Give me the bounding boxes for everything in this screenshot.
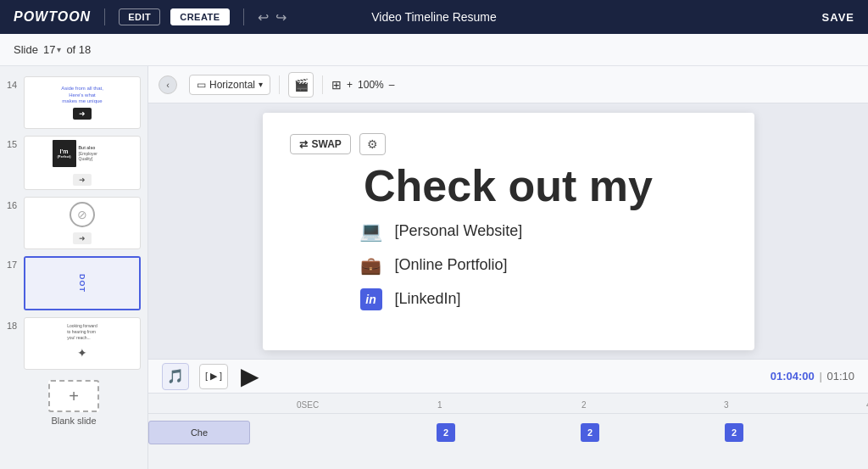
track-segment-2c[interactable]: 2 <box>725 423 743 442</box>
segment-number-2c: 2 <box>732 427 737 438</box>
segment-number-2a: 2 <box>443 427 448 438</box>
grid-icon: ⊞ <box>331 78 342 92</box>
slide-thumb-15[interactable]: I'm (Perfect) But also[Employer Quality]… <box>24 136 141 190</box>
slide-number-17: 17 <box>7 260 19 270</box>
slide-number-15: 15 <box>7 139 19 149</box>
plus-icon: + <box>69 387 79 406</box>
slide-item-16: 16 ⊘ ➜ <box>0 193 147 253</box>
slide-total: of 18 <box>66 43 91 56</box>
gear-icon: ⚙ <box>367 137 378 151</box>
slide-item-15: 15 I'm (Perfect) But also[Employer Quali… <box>0 132 147 193</box>
timeline-area: 🎵 [ ▶ ] ▶ 01:04:00 | 01:10 <box>148 359 868 469</box>
slide-thumb-18[interactable]: Looking forwardto hearing fromyou! reach… <box>24 317 141 370</box>
link-item-linkedin: in [LinkedIn] <box>358 286 461 313</box>
ruler-mark-1: 1 <box>437 400 442 410</box>
time-separator: | <box>819 370 821 382</box>
slide17-vertical-text: DOT <box>78 274 86 293</box>
preview-play-button[interactable]: [ ▶ ] <box>199 364 228 389</box>
topbar-divider2 <box>243 8 244 25</box>
segment-label-che: Che <box>191 427 208 438</box>
zoom-plus-icon[interactable]: + <box>347 79 353 91</box>
slide-number-16: 16 <box>7 200 19 210</box>
redo-icon[interactable]: ↪ <box>275 9 287 25</box>
total-time: 01:10 <box>826 370 854 382</box>
undo-icon[interactable]: ↩ <box>258 9 269 25</box>
canvas-main-title: Check out my <box>290 164 727 208</box>
undo-redo-group: ↩ ↪ <box>258 9 287 25</box>
settings-button[interactable]: ⚙ <box>359 133 386 155</box>
slide16-arrow: ➜ <box>73 232 92 244</box>
ruler-marks: 0SEC 1 2 3 4 <box>297 394 868 413</box>
slide-current-number: 17 <box>43 43 55 56</box>
slide-canvas: ⇄ SWAP ⚙ Check out my 💻 <box>263 113 754 350</box>
editor-area: ‹ ▭ Horizontal ▾ 🎬 ⊞ + 100% – <box>148 66 868 469</box>
linkedin-icon: in <box>360 288 382 310</box>
play-button[interactable]: ▶ <box>235 361 265 392</box>
blank-slide-label: Blank slide <box>51 416 96 426</box>
canvas-wrapper: ⇄ SWAP ⚙ Check out my 💻 <box>148 103 868 359</box>
chevron-down-icon: ▾ <box>57 45 61 54</box>
slide-item-14: 14 Aside from all that,Here's whatmakes … <box>0 73 147 132</box>
layout-dropdown[interactable]: ▭ Horizontal ▾ <box>189 75 270 95</box>
slide15-black-box: I'm (Perfect) <box>53 140 76 167</box>
track-segment-che[interactable]: Che <box>148 421 250 444</box>
toolbar-divider2 <box>322 75 323 94</box>
music-button[interactable]: 🎵 <box>162 363 189 390</box>
canvas-top-bar: ⇄ SWAP ⚙ <box>290 133 727 155</box>
main-area: 14 Aside from all that,Here's whatmakes … <box>0 66 868 469</box>
collapse-panel-button[interactable]: ‹ <box>159 75 177 94</box>
slide-indicator-bar: Slide 17 ▾ of 18 <box>0 34 868 66</box>
slide-number-dropdown[interactable]: 17 ▾ <box>43 43 61 56</box>
link-text-website: [Personal Website] <box>395 222 523 240</box>
topbar: POWTOON EDIT CREATE ↩ ↪ Video Timeline R… <box>0 0 868 34</box>
layout-icon: ▭ <box>197 79 206 91</box>
timeline-tracks: Che 2 2 2 <box>148 414 868 451</box>
zoom-level: 100% <box>358 79 384 91</box>
ruler-mark-3: 3 <box>724 400 729 410</box>
swap-button[interactable]: ⇄ SWAP <box>290 134 351 154</box>
current-time: 01:04:00 <box>771 370 815 382</box>
slide-thumb-16[interactable]: ⊘ ➜ <box>24 197 141 249</box>
document-title: Video Timeline Resume <box>371 10 497 24</box>
link-item-portfolio: 💼 [Online Portfolio] <box>358 252 508 279</box>
swap-icon: ⇄ <box>299 138 308 150</box>
zoom-controls: ⊞ + 100% – <box>331 78 394 92</box>
segment-number-2b: 2 <box>587 427 593 438</box>
track-segment-2b[interactable]: 2 <box>581 423 599 442</box>
slide-number-14: 14 <box>7 80 19 90</box>
slide14-text: Aside from all that,Here's whatmakes me … <box>61 86 103 105</box>
preview-play-icon: [ ▶ ] <box>205 371 222 382</box>
zoom-minus-icon[interactable]: – <box>389 79 395 91</box>
link-item-website: 💻 [Personal Website] <box>358 218 523 245</box>
create-button[interactable]: CREATE <box>170 8 229 25</box>
edit-button[interactable]: EDIT <box>119 8 160 25</box>
slides-panel: 14 Aside from all that,Here's whatmakes … <box>0 66 148 469</box>
slide-thumb-14[interactable]: Aside from all that,Here's whatmakes me … <box>24 76 141 129</box>
briefcase-icon-container: 💼 <box>358 252 385 279</box>
save-button[interactable]: SAVE <box>822 11 854 24</box>
laptop-icon: 💻 <box>359 221 382 243</box>
slide-thumb-17[interactable]: DOT <box>24 256 141 310</box>
blank-slide-button[interactable]: + Blank slide <box>0 373 147 433</box>
time-display: 01:04:00 | 01:10 <box>771 370 854 382</box>
slide15-right-text: But also[Employer Quality] <box>79 145 113 162</box>
slide16-circle: ⊘ <box>70 202 95 227</box>
ruler-mark-0sec: 0SEC <box>297 400 319 410</box>
slide18-icon: ✦ <box>77 346 87 360</box>
slide-item-17: 17 DOT <box>0 253 147 314</box>
camera-button[interactable]: 🎬 <box>288 72 314 98</box>
briefcase-icon: 💼 <box>360 255 381 276</box>
canvas-links: 💻 [Personal Website] 💼 [Online Portfolio… <box>290 218 727 313</box>
timeline-ruler: 0SEC 1 2 3 4 <box>148 394 868 414</box>
play-controls: [ ▶ ] ▶ <box>199 361 265 392</box>
slide-item-18: 18 Looking forwardto hearing fromyou! re… <box>0 314 147 373</box>
blank-slide-box: + <box>48 380 99 412</box>
slide14-arrow: ➜ <box>73 108 92 120</box>
play-icon: ▶ <box>241 362 259 390</box>
chevron-down-icon: ▾ <box>259 80 263 89</box>
laptop-icon-container: 💻 <box>358 218 385 245</box>
track-segment-2a[interactable]: 2 <box>437 423 455 442</box>
slide-label: Slide <box>14 43 38 56</box>
music-icon: 🎵 <box>167 368 184 384</box>
layout-label: Horizontal <box>209 79 255 91</box>
